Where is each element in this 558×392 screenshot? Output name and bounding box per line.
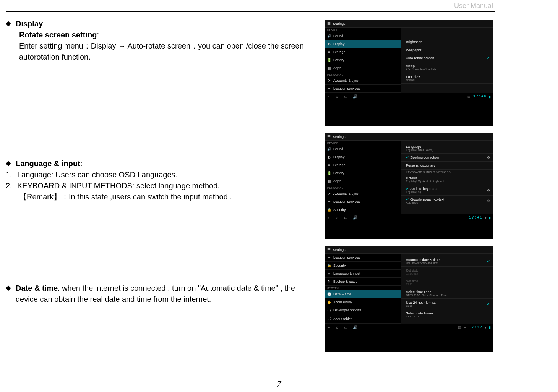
check-icon[interactable]: ✔ — [406, 156, 409, 159]
sidebar-item-location[interactable]: ✛Location services — [325, 254, 401, 262]
category-label: DEVICE — [325, 28, 401, 32]
sidebar-item-about[interactable]: ⓘAbout tablet — [325, 314, 401, 324]
tune-icon[interactable]: ⚙ — [487, 188, 490, 192]
tune-icon[interactable]: ⚙ — [487, 156, 490, 159]
screenshot-language: ☰ Settings DEVICE 🔊Sound ◐Display ≡Stora… — [325, 133, 493, 239]
sidebar-item-storage[interactable]: ≡Storage — [325, 161, 401, 169]
sidebar-item-sound[interactable]: 🔊Sound — [325, 32, 401, 40]
volume-nav-icon[interactable]: 🔊 — [353, 215, 357, 220]
hand-icon: ✋ — [327, 300, 331, 304]
sidebar-item-storage[interactable]: ≡Storage — [325, 48, 401, 56]
sidebar-item-apps[interactable]: ▦Apps — [325, 177, 401, 185]
nav-bar: ← ⌂ ▭ 🔊 ▤ ✶ 17:42 ▾ ▮ — [325, 324, 493, 330]
sound-icon: 🔊 — [327, 147, 331, 151]
sidebar-item-apps[interactable]: ▦Apps — [325, 64, 401, 72]
display-body: Enter setting menu：Display → Auto-rotate… — [19, 40, 319, 63]
setting-language[interactable]: LanguageEnglish (United States) — [401, 143, 493, 154]
sidebar-item-developer[interactable]: { }Developer options — [325, 306, 401, 314]
sidebar-item-backup[interactable]: ↻Backup & reset — [325, 278, 401, 286]
setting-wallpaper[interactable]: Wallpaper — [401, 46, 493, 54]
language-icon: A — [327, 272, 331, 275]
sidebar-item-display[interactable]: ◐Display — [325, 40, 401, 48]
category-label: DEVICE — [325, 141, 401, 145]
language-item2: KEYBOARD & INPUT METHODS: select languag… — [17, 180, 220, 191]
lock-icon: 🔒 — [327, 264, 331, 267]
back-icon[interactable]: ☰ — [327, 248, 331, 252]
screenshot-header: ☰ Settings — [325, 20, 493, 28]
display-icon: ◐ — [327, 42, 331, 46]
document-body: ◆ Display: Rotate screen setting: Enter … — [6, 15, 319, 313]
display-icon: ◐ — [327, 155, 331, 159]
home-nav-icon[interactable]: ⌂ — [336, 94, 339, 99]
sidebar-item-accounts[interactable]: ⟳Accounts & sync — [325, 77, 401, 85]
setting-google-speech[interactable]: ✔Google speech-to-textAutomatic⚙ — [401, 196, 493, 206]
bullet-diamond-icon: ◆ — [6, 158, 11, 169]
sidebar-item-battery[interactable]: 🔋Battery — [325, 169, 401, 177]
sidebar-item-accessibility[interactable]: ✋Accessibility — [325, 298, 401, 306]
sidebar-item-sound[interactable]: 🔊Sound — [325, 145, 401, 153]
header-user-manual: User Manual — [454, 2, 493, 10]
screenshot-header: ☰ Settings — [325, 246, 493, 254]
setting-autorotate[interactable]: Auto-rotate screen✔ — [401, 54, 493, 62]
tune-icon[interactable]: ⚙ — [487, 199, 490, 203]
sidebar-item-security[interactable]: 🔒Security — [325, 206, 401, 214]
storage-icon: ≡ — [327, 50, 331, 54]
location-icon: ✛ — [327, 256, 331, 259]
home-nav-icon[interactable]: ⌂ — [336, 215, 339, 220]
setting-brightness[interactable]: Brightness — [401, 38, 493, 46]
check-icon[interactable]: ✔ — [487, 259, 490, 263]
setting-spelling[interactable]: ✔Spelling correction⚙ — [401, 154, 493, 162]
screenshot-title: Settings — [333, 248, 346, 252]
recent-nav-icon[interactable]: ▭ — [344, 325, 347, 329]
check-icon[interactable]: ✔ — [406, 198, 409, 201]
battery-icon: 🔋 — [327, 58, 331, 62]
sidebar-item-datetime[interactable]: 🕒Date & time — [325, 290, 401, 298]
home-nav-icon[interactable]: ⌂ — [336, 325, 339, 329]
back-nav-icon[interactable]: ← — [327, 215, 331, 220]
sync-icon: ⟳ — [327, 192, 331, 196]
back-icon[interactable]: ☰ — [327, 21, 331, 26]
back-nav-icon[interactable]: ← — [327, 325, 331, 329]
category-label: KEYBOARD & INPUT METHODS — [401, 170, 493, 174]
setting-24hour[interactable]: Use 24-hour format13:00✔ — [401, 299, 493, 309]
sidebar-item-display[interactable]: ◐Display — [325, 153, 401, 161]
recent-nav-icon[interactable]: ▭ — [344, 215, 347, 220]
volume-nav-icon[interactable]: 🔊 — [353, 325, 357, 329]
display-title: Display — [16, 19, 43, 28]
check-icon[interactable]: ✔ — [406, 187, 409, 191]
battery-status-icon: ▮ — [489, 326, 491, 329]
sidebar-item-location[interactable]: ✛Location services — [325, 198, 401, 206]
sidebar-item-location[interactable]: ✛Location services — [325, 85, 401, 93]
setting-auto-datetime[interactable]: Automatic date & timeUse network-provide… — [401, 256, 493, 267]
check-icon[interactable]: ✔ — [487, 56, 490, 60]
sidebar-item-security[interactable]: 🔒Security — [325, 262, 401, 270]
sd-icon: ▤ — [467, 95, 471, 99]
setting-default-ime[interactable]: DefaultEnglish (US) - Android keyboard — [401, 174, 493, 185]
recent-nav-icon[interactable]: ▭ — [344, 94, 347, 99]
sidebar-item-language-input[interactable]: ALanguage & input — [325, 270, 401, 278]
check-icon[interactable]: ✔ — [487, 302, 490, 306]
location-icon: ✛ — [327, 200, 331, 204]
lock-icon: 🔒 — [327, 208, 331, 212]
back-icon[interactable]: ☰ — [327, 134, 331, 139]
setting-fontsize[interactable]: Font sizeNormal — [401, 73, 493, 84]
setting-sleep[interactable]: SleepAfter 1 minute of inactivity — [401, 62, 493, 73]
datetime-title: Date & time — [16, 284, 58, 292]
setting-personal-dict[interactable]: Personal dictionary — [401, 162, 493, 170]
volume-nav-icon[interactable]: 🔊 — [353, 94, 357, 99]
setting-android-keyboard[interactable]: ✔Android keyboardEnglish (US)⚙ — [401, 185, 493, 196]
section-datetime: ◆ Date & time: when the internet is conn… — [6, 283, 319, 305]
back-nav-icon[interactable]: ← — [327, 94, 331, 99]
list-number: 1. — [6, 169, 17, 180]
setting-date-format[interactable]: Select date format12/31/2012 — [401, 309, 493, 320]
sidebar-item-battery[interactable]: 🔋Battery — [325, 56, 401, 64]
setting-timezone[interactable]: Select time zoneGMT+08:00, China Standar… — [401, 288, 493, 299]
status-clock: 17:46 — [473, 94, 487, 99]
bullet-diamond-icon: ◆ — [6, 18, 11, 29]
sidebar-item-accounts[interactable]: ⟳Accounts & sync — [325, 190, 401, 198]
apps-icon: ▦ — [327, 179, 331, 183]
status-clock: 17:42 — [469, 325, 482, 329]
clock-icon: 🕒 — [327, 292, 331, 296]
location-icon: ✛ — [327, 87, 331, 91]
apps-icon: ▦ — [327, 66, 331, 70]
